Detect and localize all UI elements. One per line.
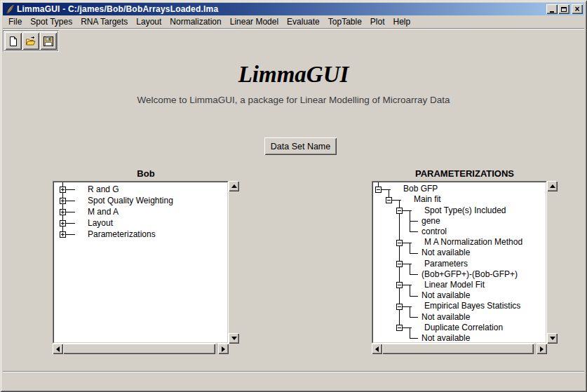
scroll-left-button[interactable] xyxy=(53,344,63,354)
tree-connector-line xyxy=(410,338,418,339)
up-arrow-icon xyxy=(550,184,555,188)
maximize-button[interactable] xyxy=(558,4,569,14)
menu-item-file[interactable]: File xyxy=(4,16,26,27)
tree-item[interactable]: (Bob+GFP+)-(Bob-GFP+) xyxy=(421,269,518,280)
scroll-down-button[interactable] xyxy=(229,333,239,344)
tree-item[interactable]: control xyxy=(421,227,447,237)
minimize-button[interactable] xyxy=(546,4,558,14)
tree-item[interactable]: Bob GFP xyxy=(403,184,438,194)
dataset-tree-panel: R and GSpot Quality WeightingM and ALayo… xyxy=(53,181,229,344)
scroll-down-button[interactable] xyxy=(547,333,558,344)
tree-item[interactable]: Spot Quality Weighting xyxy=(88,196,173,206)
tree-item[interactable]: Spot Type(s) Included xyxy=(424,205,506,216)
tree-connector-line xyxy=(65,189,75,190)
expand-toggle-icon[interactable] xyxy=(60,209,66,215)
collapse-toggle-icon[interactable] xyxy=(375,187,382,193)
collapse-toggle-icon[interactable] xyxy=(396,304,403,310)
menu-item-linear-model[interactable]: Linear Model xyxy=(226,16,283,27)
collapse-toggle-icon[interactable] xyxy=(396,325,403,331)
tree-item[interactable]: Main fit xyxy=(414,194,441,205)
menu-item-rna-targets[interactable]: RNA Targets xyxy=(76,16,132,27)
title-bar[interactable]: LimmaGUI - C:/james/Bob/BobArraysLoaded.… xyxy=(3,3,584,15)
collapse-toggle-icon[interactable] xyxy=(396,208,403,214)
tree-connector-line xyxy=(65,223,75,224)
tree-item[interactable]: Not available xyxy=(421,248,470,258)
tree-item[interactable]: Empirical Bayes Statistics xyxy=(424,301,520,311)
right-arrow-icon xyxy=(540,346,544,352)
scrollbar-track[interactable] xyxy=(547,191,558,333)
tree-connector-line xyxy=(65,212,75,212)
tk-feather-icon[interactable] xyxy=(5,4,15,14)
new-file-button[interactable] xyxy=(5,32,22,50)
tree-connector-line xyxy=(410,296,418,297)
parameterizations-panel-header: PARAMETERIZATIONS xyxy=(372,168,558,179)
menu-bar: FileSpot TypesRNA TargetsLayoutNormaliza… xyxy=(3,15,584,28)
dataset-horizontal-scrollbar[interactable] xyxy=(53,344,229,354)
tree-item[interactable]: Layout xyxy=(88,218,113,229)
collapse-toggle-icon[interactable] xyxy=(386,197,392,203)
tree-item[interactable]: Parameterizations xyxy=(88,229,156,240)
blank-page-icon xyxy=(8,36,19,47)
scroll-right-button[interactable] xyxy=(537,344,547,354)
menu-item-evaluate[interactable]: Evaluate xyxy=(283,16,324,27)
open-file-button[interactable] xyxy=(22,32,39,50)
tree-item[interactable]: M and A xyxy=(88,207,119,217)
application-window: LimmaGUI - C:/james/Bob/BobArraysLoaded.… xyxy=(0,0,587,392)
tree-item[interactable]: Duplicate Correlation xyxy=(424,323,503,333)
scroll-up-button[interactable] xyxy=(229,181,239,191)
menu-item-help[interactable]: Help xyxy=(389,16,415,27)
parameterizations-horizontal-scrollbar[interactable] xyxy=(372,344,547,354)
collapse-toggle-icon[interactable] xyxy=(396,261,403,267)
close-icon: × xyxy=(574,5,579,13)
tree-connector-line xyxy=(410,317,418,318)
tree-connector-line xyxy=(410,306,410,318)
left-arrow-icon xyxy=(375,346,379,352)
expand-toggle-icon[interactable] xyxy=(60,198,66,204)
open-folder-icon xyxy=(25,36,36,47)
tree-item[interactable]: Parameters xyxy=(424,259,468,269)
tree-item[interactable]: R and G xyxy=(88,184,119,195)
bottom-separator xyxy=(3,371,584,372)
down-arrow-icon xyxy=(231,337,237,340)
collapse-toggle-icon[interactable] xyxy=(396,240,403,246)
welcome-text: Welcome to LimmaGUI, a package for Linea… xyxy=(0,95,587,105)
save-file-button[interactable] xyxy=(40,32,57,50)
tree-connector-line xyxy=(65,201,75,201)
parameterizations-tree-list[interactable]: Bob GFPMain fitSpot Type(s) Includedgene… xyxy=(372,182,546,343)
dataset-tree-list[interactable]: R and GSpot Quality WeightingM and ALayo… xyxy=(53,182,228,343)
expand-toggle-icon[interactable] xyxy=(60,187,66,193)
collapse-toggle-icon[interactable] xyxy=(396,282,403,288)
scrollbar-thumb[interactable] xyxy=(63,344,215,354)
tree-connector-line xyxy=(410,327,410,339)
dataset-panel-header: Bob xyxy=(53,168,239,179)
down-arrow-icon xyxy=(550,337,555,340)
tree-item[interactable]: Not available xyxy=(421,312,470,323)
menu-item-layout[interactable]: Layout xyxy=(132,16,166,27)
menu-item-plot[interactable]: Plot xyxy=(366,16,389,27)
dataset-vertical-scrollbar[interactable] xyxy=(229,181,239,344)
close-button[interactable]: × xyxy=(572,4,583,14)
expand-toggle-icon[interactable] xyxy=(60,231,66,238)
expand-toggle-icon[interactable] xyxy=(60,220,66,227)
tree-connector-line xyxy=(410,274,418,275)
parameterizations-vertical-scrollbar[interactable] xyxy=(547,181,558,344)
toolbar xyxy=(3,30,59,52)
tree-item[interactable]: Not available xyxy=(421,290,470,301)
scrollbar-thumb[interactable] xyxy=(382,344,534,354)
menu-item-spot-types[interactable]: Spot Types xyxy=(26,16,76,27)
scrollbar-track[interactable] xyxy=(229,191,239,333)
tree-connector-line xyxy=(410,231,418,232)
scroll-left-button[interactable] xyxy=(372,344,382,354)
menu-item-normalization[interactable]: Normalization xyxy=(166,16,225,27)
tree-item[interactable]: gene xyxy=(421,216,440,227)
menu-item-toptable[interactable]: TopTable xyxy=(324,16,366,27)
tree-item[interactable]: Linear Model Fit xyxy=(424,280,485,290)
tree-item[interactable]: Not available xyxy=(421,333,470,343)
tree-connector-line xyxy=(65,234,75,235)
tree-item[interactable]: M A Normalization Method xyxy=(424,237,522,248)
tree-connector-line xyxy=(410,253,418,254)
maximize-icon xyxy=(561,7,567,12)
data-set-name-button[interactable]: Data Set Name xyxy=(264,137,337,155)
scroll-up-button[interactable] xyxy=(547,181,558,191)
scroll-right-button[interactable] xyxy=(218,344,229,354)
